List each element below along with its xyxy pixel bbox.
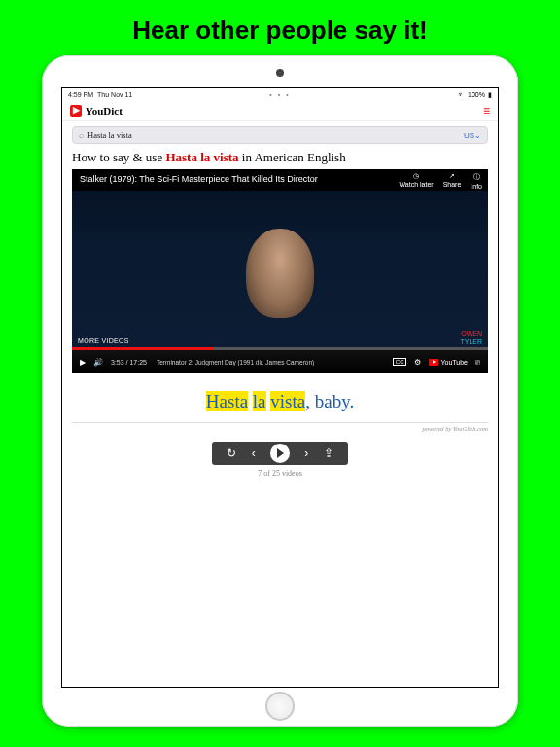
gear-icon[interactable]: ⚙ <box>414 358 421 367</box>
watch-later-button[interactable]: ◷Watch later <box>399 172 433 190</box>
headline: How to say & use Hasta la vista in Ameri… <box>72 144 488 169</box>
video-still <box>246 229 314 318</box>
time-label: 3:53 / 17:25 <box>111 359 147 366</box>
home-button[interactable] <box>265 692 295 721</box>
wifi-icon: ᯤ <box>458 91 465 98</box>
promo-title: Hear other people say it! <box>0 0 560 55</box>
cast-icon[interactable]: ⎚ <box>475 358 480 367</box>
share-nav-button[interactable]: ⇪ <box>324 446 333 460</box>
device-screen: 4:59 PM Thu Nov 11 • • • ᯤ 100% ▮ ▶ YouD… <box>61 87 499 688</box>
brand-icon: ▶ <box>70 105 82 117</box>
share-button[interactable]: ↗Share <box>443 172 462 190</box>
camera-dot <box>276 69 284 77</box>
status-center-dots: • • • <box>209 91 350 98</box>
battery-text: 100% <box>468 91 485 98</box>
caption-line: Hasta la vista, baby. <box>72 391 488 412</box>
status-bar: 4:59 PM Thu Nov 11 • • • ᯤ 100% ▮ <box>62 88 498 101</box>
status-date: Thu Nov 11 <box>97 91 132 98</box>
app-header: ▶ YouDict ≡ <box>62 101 498 121</box>
headline-term: Hasta la vista <box>165 150 238 164</box>
brand[interactable]: ▶ YouDict <box>70 105 122 117</box>
replay-button[interactable]: ↻ <box>227 446 236 460</box>
brand-text: YouDict <box>86 105 122 117</box>
info-icon: ⓘ <box>473 172 480 182</box>
status-time: 4:59 PM <box>68 91 93 98</box>
prev-button[interactable]: ‹ <box>252 446 256 460</box>
more-videos-label[interactable]: MORE VIDEOS <box>78 338 129 344</box>
video-title: Stalker (1979): The Sci-Fi Masterpiece T… <box>80 174 410 184</box>
video-side-labels: OWEN TYLER <box>460 330 482 346</box>
video-subtitle-meta: Terminator 2: Judgment Day (1991 dir. Ja… <box>157 359 385 366</box>
caption-word: la <box>253 391 266 411</box>
info-button[interactable]: ⓘInfo <box>471 172 482 190</box>
caption-rest: , baby. <box>305 391 354 411</box>
main-content: ⌕ Hasta la vista US⌄ How to say & use Ha… <box>62 121 498 483</box>
youtube-badge[interactable]: YouTube <box>429 359 468 366</box>
play-icon[interactable]: ▶ <box>80 358 86 367</box>
chevron-down-icon: ⌄ <box>474 131 481 140</box>
play-button[interactable] <box>270 444 290 463</box>
lang-toggle[interactable]: US⌄ <box>464 131 481 140</box>
video-player[interactable]: Stalker (1979): The Sci-Fi Masterpiece T… <box>72 169 488 374</box>
search-row[interactable]: ⌕ Hasta la vista US⌄ <box>72 126 488 144</box>
ipad-frame: 4:59 PM Thu Nov 11 • • • ᯤ 100% ▮ ▶ YouD… <box>42 55 518 727</box>
hamburger-icon[interactable]: ≡ <box>483 105 490 117</box>
caption-word: Hasta <box>206 391 248 411</box>
caption-word: vista <box>270 391 305 411</box>
next-button[interactable]: › <box>304 446 308 460</box>
volume-icon[interactable]: 🔊 <box>93 358 103 367</box>
search-icon: ⌕ <box>79 130 84 140</box>
cc-button[interactable]: CC <box>393 358 407 366</box>
player-nav: ↻ ‹ › ⇪ <box>212 442 348 465</box>
clock-icon: ◷ <box>413 172 419 180</box>
video-controls: ▶ 🔊 3:53 / 17:25 Terminator 2: Judgment … <box>72 350 488 374</box>
search-input[interactable]: Hasta la vista <box>88 130 460 140</box>
video-top-buttons: ◷Watch later ↗Share ⓘInfo <box>399 172 482 190</box>
video-counter: 7 of 25 videos <box>72 469 488 478</box>
video-frame <box>72 191 488 350</box>
play-icon <box>277 448 284 458</box>
battery-icon: ▮ <box>488 91 492 98</box>
powered-by: powered by YouGlish.com <box>72 422 488 432</box>
share-icon: ↗ <box>449 172 455 180</box>
